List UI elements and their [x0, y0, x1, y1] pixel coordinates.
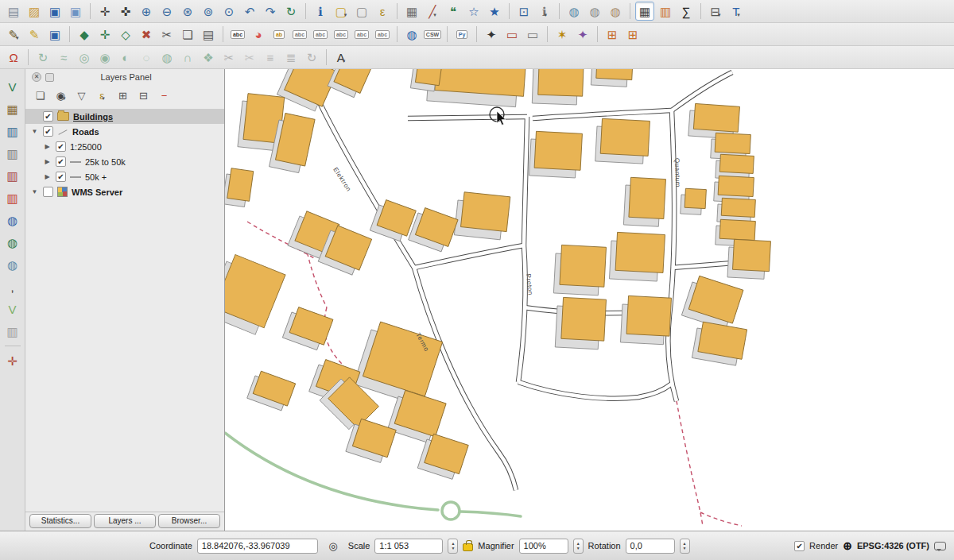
raster-terrain-icon[interactable]: ⊞	[623, 25, 642, 44]
metasearch-icon[interactable]: ◍	[402, 25, 421, 44]
csw-catalog-icon[interactable]: CSW	[423, 25, 442, 44]
map-tips-icon[interactable]: ❝	[444, 2, 463, 21]
label-background-icon[interactable]: ab	[270, 25, 289, 44]
new-spatialite-layer-icon[interactable]: ▥	[3, 322, 22, 341]
annotation-tool-icon[interactable]: A▾	[332, 48, 351, 67]
magnifier-input[interactable]: 100%	[519, 539, 568, 554]
label-properties-icon[interactable]: abc	[373, 25, 392, 44]
add-wfs-layer-icon[interactable]: ◍	[3, 255, 22, 274]
map-canvas[interactable]: ElektronQuantumProtonTermo	[225, 69, 954, 531]
crs-status-label[interactable]: EPSG:4326 (OTF)	[857, 541, 929, 550]
add-group-icon[interactable]: ❏	[31, 87, 49, 104]
osm-export-icon[interactable]: ◍	[606, 2, 625, 21]
close-panel-button[interactable]: ✕	[32, 72, 41, 82]
scale-dropdown-stepper[interactable]: ▲▼	[448, 539, 458, 554]
layer-item-25k-to-50k[interactable]: ▶✔25k to 50k	[25, 154, 224, 169]
label-pin-icon[interactable]: abc	[228, 25, 247, 44]
add-vector-layer-icon[interactable]: V	[3, 77, 22, 96]
label-move-icon[interactable]: abc	[332, 25, 351, 44]
layer-checkbox[interactable]: ✔	[56, 156, 66, 167]
histogram-icon[interactable]: ▥	[656, 2, 675, 21]
layer-item-roads[interactable]: ▼✔Roads	[25, 124, 224, 139]
layer-checkbox[interactable]: ✔	[43, 111, 53, 122]
deselect-features-icon[interactable]: ▢	[352, 2, 371, 21]
identify-plus-icon[interactable]: ℹ▾	[535, 2, 554, 21]
rotate-point-symbols-icon[interactable]: ↻	[302, 48, 321, 67]
refresh-map-icon[interactable]: ↻	[281, 2, 301, 21]
pan-map-icon[interactable]: ✛	[95, 2, 114, 21]
remove-layer-icon[interactable]: −	[155, 87, 173, 104]
heatmap-icon[interactable]: ✦	[573, 25, 592, 44]
expand-all-icon[interactable]: ⊞	[114, 87, 132, 104]
layer-checkbox[interactable]: ✔	[56, 141, 66, 152]
zoom-full-icon[interactable]: ⊛	[178, 2, 197, 21]
show-bookmarks-icon[interactable]: ★	[485, 2, 504, 21]
zoom-next-icon[interactable]: ↷	[261, 2, 280, 21]
touch-zoom-icon[interactable]: ⊡	[514, 2, 533, 21]
scale-combobox[interactable]: 1:1 053	[374, 539, 443, 554]
open-project-icon[interactable]: ▨	[25, 2, 44, 21]
render-checkbox[interactable]: ✔	[794, 541, 805, 551]
add-wcs-layer-icon[interactable]: ◍	[3, 233, 22, 252]
panel-tab-browser[interactable]: Browser...	[158, 514, 220, 528]
layer-item-buildings[interactable]: ✔Buildings	[25, 109, 224, 124]
expand-arrow-icon[interactable]: ▼	[30, 128, 39, 135]
toggle-editing-icon[interactable]: ✎	[25, 25, 44, 44]
save-project-icon[interactable]: ▣	[45, 2, 64, 21]
identify-features-icon[interactable]: ℹ	[311, 2, 330, 21]
delete-ring-icon[interactable]: ◌	[137, 48, 156, 67]
scale-lock-icon[interactable]	[463, 543, 473, 551]
georeferencer-icon[interactable]: ⊞	[603, 25, 622, 44]
layer-item-wms-server[interactable]: ▼WMS Server	[25, 184, 224, 199]
osm-download-icon[interactable]: ◍	[564, 2, 584, 21]
layer-item-1-25000[interactable]: ▶✔1:25000	[25, 139, 224, 154]
paste-features-icon[interactable]: ▤	[199, 25, 218, 44]
messages-icon[interactable]	[934, 542, 946, 550]
float-panel-button[interactable]	[45, 73, 54, 82]
clipper-icon[interactable]: ▭	[502, 25, 522, 44]
text-annotation-icon[interactable]: T▾	[727, 2, 746, 21]
label-show-hide-icon[interactable]: abc	[311, 25, 330, 44]
zonal-statistics-icon[interactable]: ▭	[523, 25, 542, 44]
copy-features-icon[interactable]: ❏	[178, 25, 197, 44]
spatial-query-icon[interactable]: ✶	[553, 25, 572, 44]
rotate-feature-icon[interactable]: ↻	[33, 48, 52, 67]
save-layer-edits-icon[interactable]: ▣	[45, 25, 64, 44]
add-postgis-layer-icon[interactable]: ▥	[3, 122, 22, 141]
select-by-expression-icon[interactable]: ε	[373, 2, 392, 21]
add-wms-layer-icon[interactable]: ◍	[3, 210, 22, 230]
crs-icon[interactable]: ⊕	[843, 539, 852, 552]
map-composer-grid-icon[interactable]: ▦	[635, 2, 654, 21]
coordinate-capture-icon[interactable]: ✛	[3, 351, 22, 370]
select-features-icon[interactable]: ▢▾	[332, 2, 351, 21]
node-tool-icon[interactable]: ◇	[116, 25, 135, 44]
expand-arrow-icon[interactable]: ▶	[43, 158, 52, 165]
add-spatialite-layer-icon[interactable]: ▥	[3, 144, 22, 163]
rotation-stepper[interactable]: ▲▼	[680, 539, 690, 554]
expand-arrow-icon[interactable]: ▶	[43, 143, 52, 150]
label-rotate-icon[interactable]: abc	[352, 25, 371, 44]
simplify-feature-icon[interactable]: ≈	[54, 48, 73, 67]
magnifier-stepper[interactable]: ▲▼	[573, 539, 584, 554]
add-oracle-layer-icon[interactable]: ▥	[3, 188, 22, 207]
filter-by-expression-icon[interactable]: ε▾	[93, 87, 111, 104]
cut-features-icon[interactable]: ✂	[157, 25, 176, 44]
new-project-icon[interactable]: ▤	[4, 2, 23, 21]
merge-attributes-icon[interactable]: ≣	[281, 48, 301, 67]
zoom-last-icon[interactable]: ↶	[240, 2, 259, 21]
pan-to-selection-icon[interactable]: ✜	[116, 2, 135, 21]
add-delimited-text-layer-icon[interactable]: ,	[3, 277, 22, 296]
zoom-to-layer-icon[interactable]: ⊙	[219, 2, 238, 21]
current-edits-icon[interactable]: ✎▾	[4, 25, 23, 44]
manage-visibility-icon[interactable]: ◉▾	[52, 87, 70, 104]
expand-arrow-icon[interactable]: ▼	[30, 188, 39, 195]
add-mssql-layer-icon[interactable]: ▥	[3, 166, 22, 185]
expand-arrow-icon[interactable]: ▶	[43, 173, 52, 180]
delete-part-icon[interactable]: ◍	[157, 48, 176, 67]
add-ring-icon[interactable]: ◎	[75, 48, 94, 67]
zoom-in-icon[interactable]: ⊕	[137, 2, 156, 21]
add-part-icon[interactable]: ◉	[95, 48, 114, 67]
open-attribute-table-icon[interactable]: ▦	[402, 2, 421, 21]
statistics-summary-icon[interactable]: ∑	[677, 2, 696, 21]
save-project-as-icon[interactable]: ▣	[66, 2, 85, 21]
